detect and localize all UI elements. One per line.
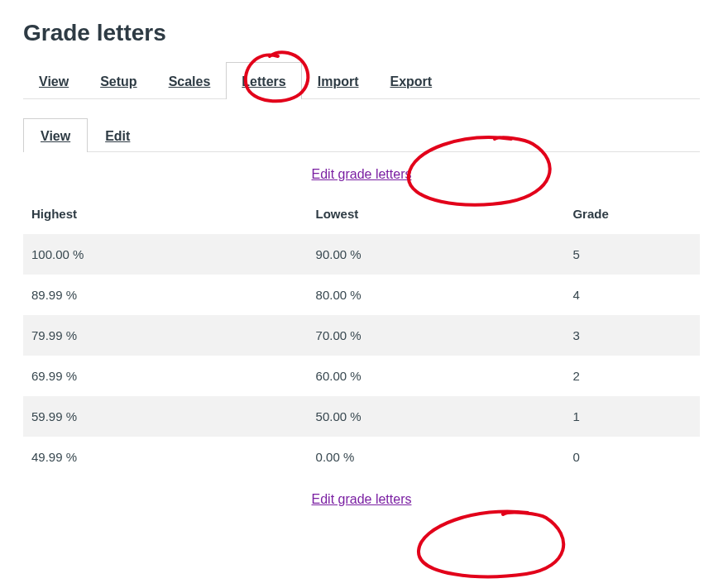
cell-lowest: 90.00 % [308,234,565,275]
main-tab-row: View Setup Scales Letters Import Export [23,61,700,99]
edit-grade-letters-link-bottom[interactable]: Edit grade letters [312,492,412,506]
table-row: 79.99 % 70.00 % 3 [23,315,700,356]
cell-highest: 59.99 % [23,396,308,437]
tab-import[interactable]: Import [302,62,375,99]
tab-letters[interactable]: Letters [226,62,301,99]
cell-lowest: 80.00 % [308,275,565,315]
col-header-lowest: Lowest [308,194,565,234]
cell-lowest: 50.00 % [308,396,565,437]
cell-highest: 89.99 % [23,275,308,315]
cell-grade: 4 [564,275,700,315]
tab-setup[interactable]: Setup [84,62,152,99]
cell-highest: 100.00 % [23,234,308,275]
cell-grade: 2 [564,356,700,396]
cell-grade: 5 [564,234,700,275]
cell-lowest: 60.00 % [308,356,565,396]
tab-scales[interactable]: Scales [153,62,227,99]
edit-link-row-top: Edit grade letters [23,167,700,182]
cell-highest: 49.99 % [23,437,308,477]
table-row: 100.00 % 90.00 % 5 [23,234,700,275]
subtab-edit[interactable]: Edit [88,118,147,152]
cell-lowest: 0.00 % [308,437,565,477]
col-header-grade: Grade [564,194,700,234]
table-row: 59.99 % 50.00 % 1 [23,396,700,437]
table-row: 69.99 % 60.00 % 2 [23,356,700,396]
cell-lowest: 70.00 % [308,315,565,356]
table-row: 89.99 % 80.00 % 4 [23,275,700,315]
tab-export[interactable]: Export [374,62,448,99]
page-title: Grade letters [23,20,700,46]
edit-grade-letters-link-top[interactable]: Edit grade letters [312,167,412,181]
cell-highest: 69.99 % [23,356,308,396]
col-header-highest: Highest [23,194,308,234]
grade-letters-table: Highest Lowest Grade 100.00 % 90.00 % 5 … [23,194,700,477]
tab-view[interactable]: View [23,62,84,99]
cell-highest: 79.99 % [23,315,308,356]
cell-grade: 1 [564,396,700,437]
cell-grade: 3 [564,315,700,356]
sub-tab-row: View Edit [23,117,700,152]
table-row: 49.99 % 0.00 % 0 [23,437,700,477]
subtab-view[interactable]: View [23,118,88,152]
cell-grade: 0 [564,437,700,477]
edit-link-row-bottom: Edit grade letters [23,492,700,507]
